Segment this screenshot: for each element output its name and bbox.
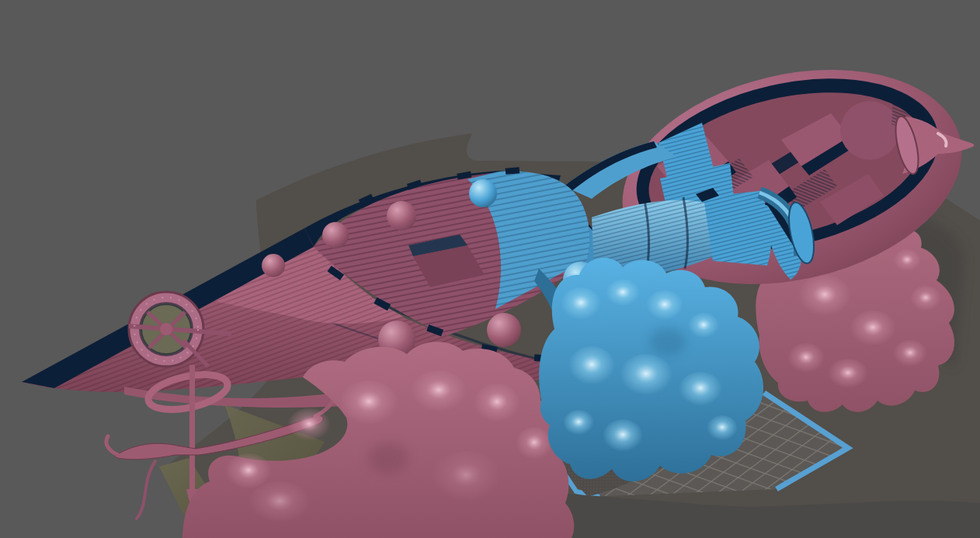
dome-maroon[interactable]	[387, 201, 416, 231]
3d-viewport[interactable]	[0, 0, 980, 538]
cloud-highlight	[679, 372, 722, 408]
cloud-highlight	[568, 346, 615, 387]
dome-maroon[interactable]	[262, 254, 285, 277]
cloud-highlight	[688, 313, 719, 339]
anchor-shank[interactable]	[189, 365, 195, 491]
dome-maroon[interactable]	[322, 222, 349, 248]
cloud-highlight	[787, 343, 825, 374]
cloud-highlight	[474, 384, 520, 424]
cloud-highlight	[620, 354, 672, 397]
cloud-highlight	[603, 419, 643, 453]
dome-blue[interactable]	[469, 179, 497, 207]
cloud-highlight	[248, 481, 311, 525]
cloud-highlight	[893, 249, 921, 272]
cloud-highlight	[893, 340, 927, 368]
cloud-highlight	[287, 408, 331, 443]
cloud-highlight	[606, 279, 640, 307]
cloud-highlight	[561, 287, 601, 321]
cloud-highlight	[516, 427, 553, 461]
model-preview-canvas[interactable]	[0, 0, 980, 538]
cloud-crevice	[368, 443, 408, 474]
cloud-highlight	[411, 370, 467, 414]
cloud-highlight	[828, 359, 868, 390]
cloud-highlight	[646, 290, 683, 321]
cloud-highlight	[707, 415, 738, 442]
cloud-highlight	[850, 311, 896, 348]
cloud-highlight	[339, 380, 398, 427]
engine-elbow-stripes	[704, 191, 771, 266]
dome-maroon[interactable]	[487, 313, 521, 347]
cloud-highlight	[432, 451, 500, 504]
cloud-highlight	[563, 410, 594, 436]
stern-cabin-dome[interactable]	[840, 101, 899, 160]
cloud-crevice	[649, 328, 686, 356]
cloud-highlight	[798, 275, 851, 318]
cloud-highlight	[910, 286, 941, 312]
wheel-hub	[160, 323, 172, 335]
